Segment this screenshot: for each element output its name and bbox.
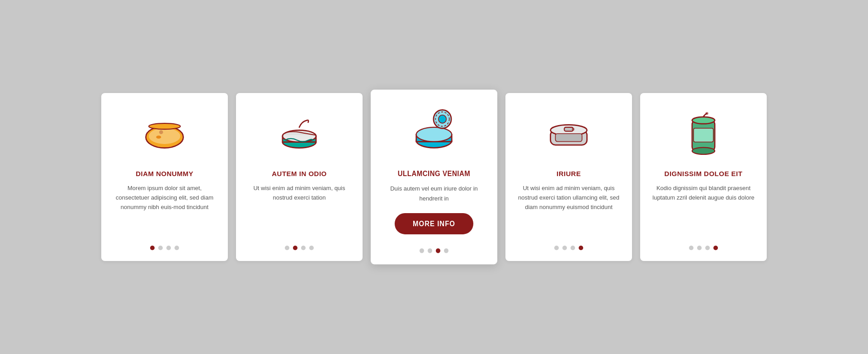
dot: [301, 246, 306, 250]
card-1-title: DIAM NONUMMY: [136, 170, 193, 177]
svg-point-4: [159, 130, 163, 135]
dot: [420, 248, 424, 253]
card-2-title: AUTEM IN ODIO: [272, 170, 327, 177]
svg-rect-22: [693, 128, 713, 142]
card-5-dots: [689, 241, 718, 250]
card-4-text: Ut wisi enim ad minim veniam, quis nostr…: [516, 184, 621, 212]
dot: [428, 248, 432, 253]
dot: [697, 246, 702, 250]
card-2-text: Ut wisi enim ad minim veniam, quis nostr…: [247, 184, 352, 203]
cards-container: DIAM NONUMMY Morem ipsum dolor sit amet,…: [74, 75, 794, 279]
card-3: ULLAMCING VENIAM Duis autem vel eum iriu…: [371, 90, 497, 264]
dot: [689, 246, 693, 250]
dot: [150, 246, 155, 250]
card-5-title: DIGNISSIM DOLOE EIT: [665, 170, 743, 177]
svg-point-1: [149, 128, 180, 144]
card-3-dots: [420, 243, 448, 253]
card-2-dots: [285, 241, 314, 250]
dot: [705, 246, 710, 250]
dot: [554, 246, 559, 250]
dot: [579, 246, 583, 250]
svg-point-23: [705, 112, 708, 115]
dot: [436, 248, 440, 253]
svg-point-10: [416, 127, 452, 142]
svg-point-20: [692, 117, 715, 124]
svg-rect-16: [556, 134, 582, 141]
can-fish-icon: [137, 107, 192, 161]
svg-point-18: [572, 128, 575, 131]
card-3-title: ULLAMCING VENIAM: [398, 170, 471, 178]
dot: [285, 246, 289, 250]
card-5-text: Kodio dignissim qui blandit praesent lup…: [651, 184, 756, 203]
can-tall-icon: [676, 107, 731, 161]
can-open-icon: [272, 107, 326, 161]
svg-point-21: [692, 148, 715, 154]
dot: [444, 248, 448, 253]
dot: [158, 246, 163, 250]
dot: [166, 246, 171, 250]
dot: [293, 246, 297, 250]
dot: [175, 246, 179, 250]
card-1: DIAM NONUMMY Morem ipsum dolor sit amet,…: [101, 93, 228, 261]
card-4-dots: [554, 241, 583, 250]
card-1-dots: [150, 241, 179, 250]
can-lid-icon: [407, 104, 461, 160]
card-4-title: IRIURE: [557, 170, 581, 177]
card-3-text: Duis autem vel eum iriure dolor in hendr…: [382, 184, 486, 204]
svg-point-3: [149, 123, 180, 129]
dot: [309, 246, 314, 250]
card-4: IRIURE Ut wisi enim ad minim veniam, qui…: [505, 93, 632, 261]
card-2: AUTEM IN ODIO Ut wisi enim ad minim veni…: [236, 93, 363, 261]
more-info-button[interactable]: MORE INFO: [395, 213, 473, 234]
card-1-text: Morem ipsum dolor sit amet, consectetuer…: [112, 184, 217, 212]
dot: [713, 246, 718, 250]
can-tin-icon: [542, 107, 596, 161]
dot: [562, 246, 567, 250]
svg-point-13: [439, 115, 446, 123]
card-5: DIGNISSIM DOLOE EIT Kodio dignissim qui …: [640, 93, 767, 261]
svg-point-2: [156, 136, 161, 139]
dot: [571, 246, 575, 250]
